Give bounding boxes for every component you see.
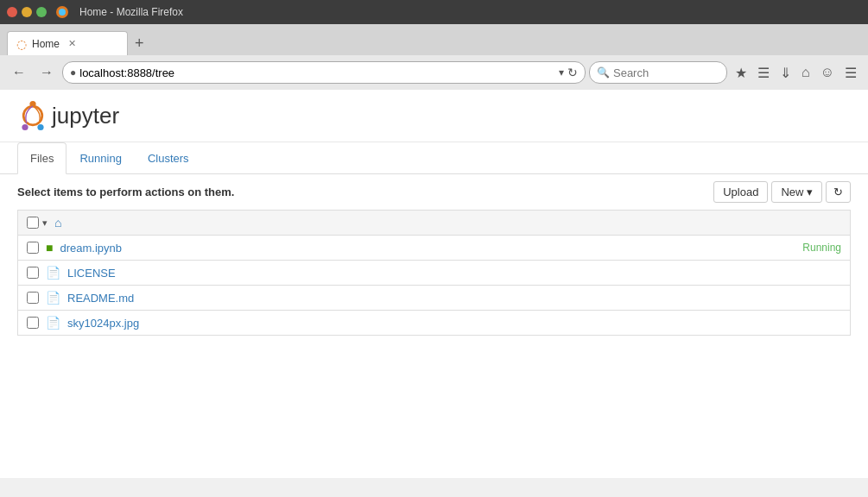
lock-icon: ● (70, 66, 76, 79)
table-row: ■ dream.ipynb Running (17, 236, 851, 261)
new-tab-button[interactable]: + (130, 31, 149, 55)
window-buttons (7, 7, 47, 17)
minimize-button[interactable] (22, 7, 32, 17)
tab-clusters[interactable]: Clusters (135, 142, 202, 174)
url-input[interactable] (79, 66, 555, 79)
tab-close-button[interactable]: ✕ (68, 38, 76, 49)
select-items-text: Select items to perform actions on them. (17, 186, 234, 198)
forward-button[interactable]: → (35, 61, 59, 84)
select-text-bold: them. (205, 186, 235, 198)
table-row: 📄 README.md (17, 286, 851, 311)
notebook-icon: ■ (46, 241, 53, 255)
jupyter-logo-icon (17, 100, 48, 131)
file-name-3[interactable]: sky1024px.jpg (67, 317, 841, 330)
sync-button[interactable]: ☺ (816, 61, 839, 85)
file-list-header: ▾ ⌂ (17, 210, 851, 236)
url-bar: ● ▾ ↻ (62, 61, 586, 84)
tab-title: Home (32, 38, 60, 50)
back-button[interactable]: ← (7, 61, 31, 84)
tab-favicon: ◌ (16, 37, 27, 51)
jupyter-logo-text: jupyter (52, 103, 119, 129)
url-dropdown-icon[interactable]: ▾ (559, 66, 564, 79)
file-toolbar: Select items to perform actions on them.… (0, 174, 868, 210)
svg-point-5 (37, 124, 43, 130)
toolbar-right: Upload New ▾ ↻ (713, 181, 851, 203)
file-name-2[interactable]: README.md (67, 292, 841, 305)
file-icon-2: 📄 (46, 291, 60, 305)
file-list-container: ▾ ⌂ ■ dream.ipynb Running 📄 LICENSE 📄 RE… (0, 210, 868, 336)
page-content: jupyter Files Running Clusters Select it… (0, 90, 868, 478)
file-icon-3: 📄 (46, 316, 60, 330)
close-button[interactable] (7, 7, 17, 17)
nav-bar: ← → ● ▾ ↻ 🔍 ★ ☰ ⇓ ⌂ ☺ ☰ (0, 55, 868, 90)
bookmarks-button[interactable]: ☰ (753, 61, 774, 85)
new-button-label: New ▾ (781, 186, 813, 198)
tab-running[interactable]: Running (67, 142, 134, 174)
tab-bar: ◌ Home ✕ + (0, 24, 868, 55)
refresh-button[interactable]: ↻ (826, 181, 851, 203)
download-button[interactable]: ⇓ (776, 61, 795, 85)
select-text-main: Select items to perform actions on (17, 186, 201, 198)
search-icon: 🔍 (597, 66, 610, 79)
table-row: 📄 LICENSE (17, 261, 851, 286)
search-input[interactable] (613, 66, 719, 79)
file-checkbox-2[interactable] (27, 292, 39, 304)
file-icon-1: 📄 (46, 266, 60, 280)
svg-point-4 (22, 124, 28, 130)
svg-point-1 (59, 9, 66, 16)
table-row: 📄 sky1024px.jpg (17, 311, 851, 336)
running-badge-0: Running (802, 242, 841, 254)
nav-icons: ★ ☰ ⇓ ⌂ ☺ ☰ (731, 61, 861, 85)
maximize-button[interactable] (36, 7, 47, 17)
header-checkbox-wrap: ▾ (27, 217, 48, 229)
file-name-1[interactable]: LICENSE (67, 267, 841, 280)
new-button[interactable]: New ▾ (771, 181, 822, 203)
checkbox-dropdown-icon[interactable]: ▾ (42, 217, 48, 229)
titlebar: Home - Mozilla Firefox (0, 0, 868, 24)
file-name-0[interactable]: dream.ipynb (60, 242, 795, 255)
browser-tab-home[interactable]: ◌ Home ✕ (7, 31, 128, 55)
url-refresh-icon[interactable]: ↻ (567, 66, 578, 79)
menu-button[interactable]: ☰ (840, 61, 861, 85)
file-checkbox-0[interactable] (27, 242, 39, 254)
jupyter-logo: jupyter (17, 100, 119, 131)
file-checkbox-3[interactable] (27, 317, 39, 329)
bookmark-star-button[interactable]: ★ (731, 61, 751, 85)
home-dir-icon[interactable]: ⌂ (54, 216, 61, 230)
firefox-icon (55, 5, 69, 19)
titlebar-title: Home - Mozilla Firefox (79, 6, 183, 18)
select-all-checkbox[interactable] (27, 217, 39, 229)
tab-nav: Files Running Clusters (0, 142, 868, 174)
upload-button[interactable]: Upload (713, 181, 768, 203)
home-nav-button[interactable]: ⌂ (797, 61, 814, 85)
jupyter-header: jupyter (0, 90, 868, 142)
svg-point-3 (29, 101, 35, 107)
search-bar: 🔍 (589, 61, 727, 84)
file-checkbox-1[interactable] (27, 267, 39, 279)
tab-files[interactable]: Files (17, 142, 67, 174)
